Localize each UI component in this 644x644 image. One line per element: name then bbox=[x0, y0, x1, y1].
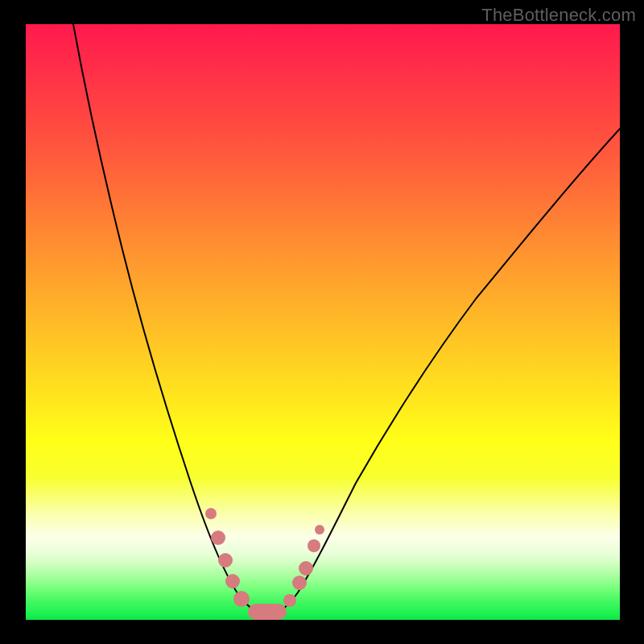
marker-group bbox=[205, 508, 324, 620]
marker-pill bbox=[248, 604, 287, 620]
marker-dot bbox=[283, 594, 296, 607]
watermark-text: TheBottleneck.com bbox=[481, 5, 636, 26]
marker-dot bbox=[211, 530, 225, 545]
marker-dot bbox=[225, 574, 240, 588]
marker-dot bbox=[218, 553, 233, 568]
marker-dot bbox=[292, 576, 307, 590]
marker-dot bbox=[205, 508, 217, 519]
marker-dot bbox=[315, 525, 324, 535]
bottleneck-curve bbox=[73, 24, 620, 615]
marker-dot bbox=[299, 561, 313, 576]
marker-dot bbox=[233, 591, 250, 607]
plot-area bbox=[26, 24, 620, 620]
chart-frame: TheBottleneck.com bbox=[0, 0, 644, 644]
curve-svg bbox=[26, 24, 620, 620]
marker-dot bbox=[308, 539, 320, 552]
